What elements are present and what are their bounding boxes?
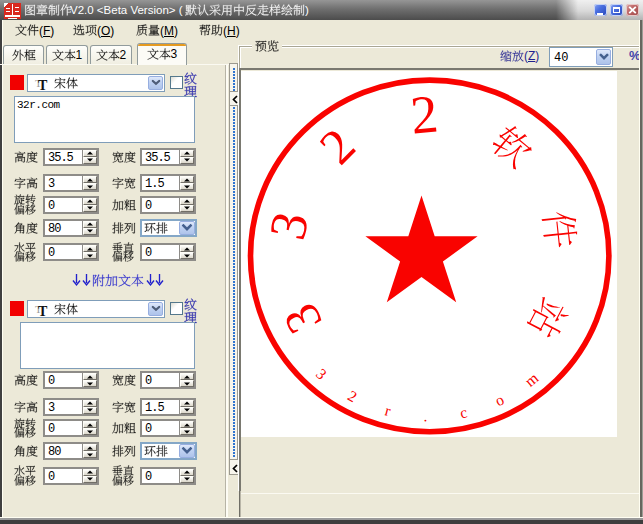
svg-text:3: 3 xyxy=(271,295,332,342)
svg-text:c: c xyxy=(458,403,468,421)
svg-text:3: 3 xyxy=(313,364,330,382)
svg-text:2: 2 xyxy=(408,83,441,145)
svg-text:3: 3 xyxy=(258,207,319,244)
svg-text:.: . xyxy=(423,407,427,424)
svg-text:2: 2 xyxy=(345,386,360,405)
svg-text:o: o xyxy=(492,390,507,409)
svg-text:m: m xyxy=(521,368,541,389)
svg-text:2: 2 xyxy=(309,117,366,174)
svg-text:r: r xyxy=(383,401,393,419)
